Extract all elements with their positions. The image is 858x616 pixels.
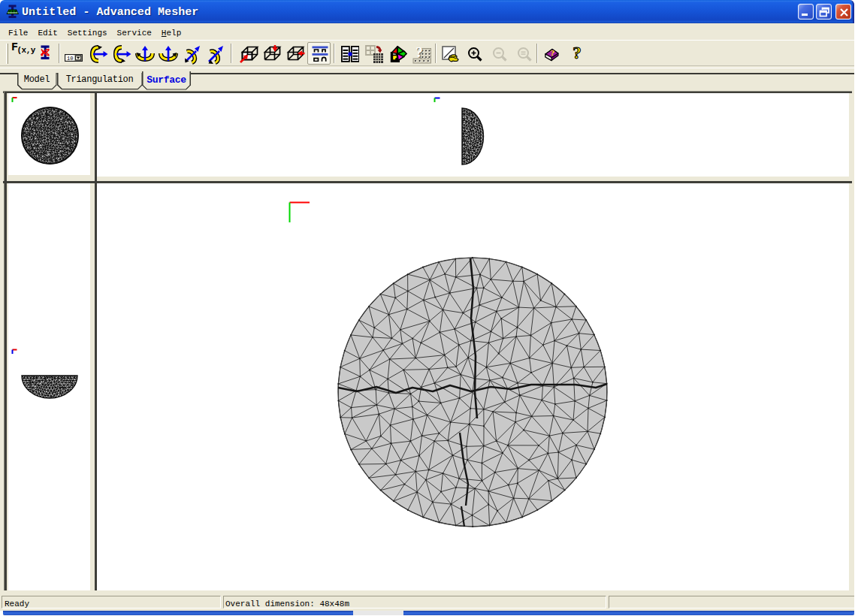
svg-text:10: 10 [67, 56, 73, 62]
svg-text:?: ? [415, 46, 423, 60]
svg-text:?: ? [573, 45, 582, 62]
svg-text:?: ? [551, 48, 555, 57]
